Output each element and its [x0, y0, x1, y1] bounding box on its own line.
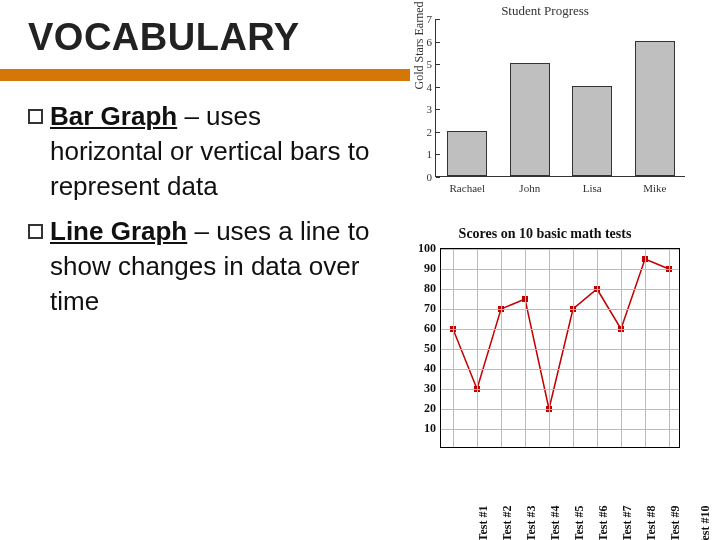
y-tick: 5 [414, 58, 432, 70]
x-label: Test #8 [644, 506, 659, 541]
term: Line Graph [50, 216, 187, 246]
x-label: Test #5 [572, 506, 587, 541]
y-tick: 100 [412, 241, 436, 256]
y-tick: 10 [412, 421, 436, 436]
y-tick: 1 [414, 148, 432, 160]
list-item: Line Graph – uses a line to show changes… [28, 214, 380, 319]
line-chart: Scores on 10 basic math tests 1020304050… [390, 226, 700, 526]
x-label: Test #1 [476, 506, 491, 541]
gridline-v [477, 249, 478, 447]
x-label: Test #9 [668, 506, 683, 541]
bar-plot-area: 01234567RachaelJohnLisaMike [435, 19, 685, 177]
y-tick: 0 [414, 171, 432, 183]
x-label: Test #10 [698, 506, 713, 541]
list-item: Bar Graph – uses horizontal or vertical … [28, 99, 380, 204]
gridline-v [621, 249, 622, 447]
gridline-v [645, 249, 646, 447]
line-series [453, 259, 669, 409]
x-label: Test #6 [596, 506, 611, 541]
x-label: Test #3 [524, 506, 539, 541]
right-column: Student Progress Gold Stars Earned This … [390, 0, 720, 540]
y-tick: 50 [412, 341, 436, 356]
bar-chart-title: Student Progress [390, 3, 700, 19]
gridline-v [501, 249, 502, 447]
y-tick: 3 [414, 103, 432, 115]
bar [510, 63, 550, 176]
y-tick: 90 [412, 261, 436, 276]
x-label: Lisa [564, 182, 620, 194]
x-label: Mike [627, 182, 683, 194]
y-tick: 40 [412, 361, 436, 376]
line-plot-area [440, 248, 680, 448]
page-title: VOCABULARY [28, 16, 380, 59]
gridline-v [597, 249, 598, 447]
y-tick: 7 [414, 13, 432, 25]
gridline-v [525, 249, 526, 447]
bar-chart: Student Progress Gold Stars Earned This … [390, 5, 700, 210]
y-tick: 30 [412, 381, 436, 396]
y-tick: 4 [414, 81, 432, 93]
x-label: Test #2 [500, 506, 515, 541]
x-label: Rachael [439, 182, 495, 194]
y-tick: 80 [412, 281, 436, 296]
gridline-v [453, 249, 454, 447]
gridline-v [549, 249, 550, 447]
left-column: VOCABULARY Bar Graph – uses horizontal o… [0, 0, 390, 540]
gridline-v [573, 249, 574, 447]
gridline-v [669, 249, 670, 447]
y-tick: 20 [412, 401, 436, 416]
term: Bar Graph [50, 101, 177, 131]
accent-bar [0, 69, 410, 81]
y-tick: 70 [412, 301, 436, 316]
bar [635, 41, 675, 176]
line-chart-title: Scores on 10 basic math tests [390, 226, 700, 242]
y-tick: 6 [414, 36, 432, 48]
x-label: Test #4 [548, 506, 563, 541]
y-tick: 2 [414, 126, 432, 138]
bar [572, 86, 612, 176]
x-label: Test #7 [620, 506, 635, 541]
y-tick: 60 [412, 321, 436, 336]
slide: VOCABULARY Bar Graph – uses horizontal o… [0, 0, 720, 540]
bullet-list: Bar Graph – uses horizontal or vertical … [28, 99, 380, 320]
bar [447, 131, 487, 176]
x-label: John [502, 182, 558, 194]
